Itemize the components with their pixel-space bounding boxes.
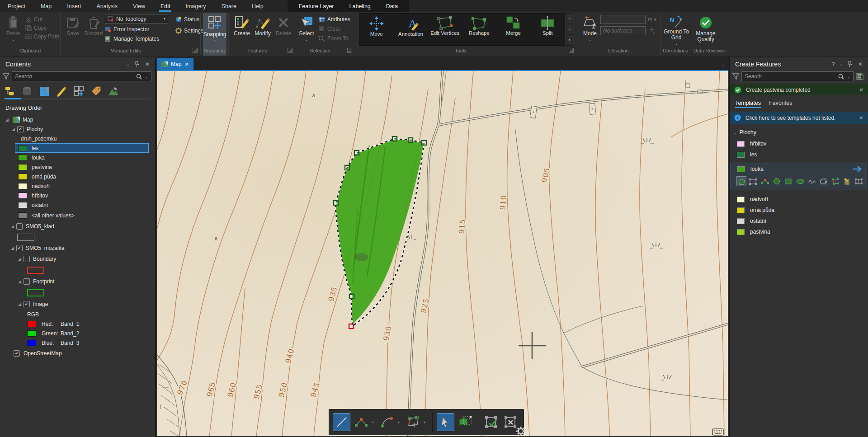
elevation-unit-dropdown[interactable]: m ▾ [648,16,656,23]
tab-data[interactable]: Data [378,0,406,12]
legend-item-louka[interactable]: louka [0,153,155,162]
autocomplete-polygon-tool-icon[interactable] [748,176,758,186]
topology-dropdown[interactable]: No Topology▾ [105,14,168,23]
pin-icon[interactable] [847,61,854,67]
elevation-value-input[interactable] [600,15,646,24]
tab-analysis[interactable]: Analysis [89,0,126,12]
select-button[interactable]: Select⌄ [297,13,316,47]
legend-item-orna-puda[interactable]: orná půda [0,172,155,181]
active-vertex[interactable] [349,324,354,329]
manage-quality-button[interactable]: Manage Quality [693,13,718,47]
tab-insert[interactable]: Insert [59,0,89,12]
tab-labeling[interactable]: Labeling [342,0,378,12]
label-tag-icon[interactable] [90,86,102,97]
annotation-tool[interactable]: A Annotation [394,14,428,45]
list-by-drawing-order-icon[interactable] [5,86,16,97]
split-tool[interactable]: Split [530,14,565,45]
copy-path-button[interactable]: Copy Path [25,32,59,41]
template-nadvori[interactable]: nádvoří [730,194,868,205]
footprint-symbol[interactable] [0,287,155,299]
right-polygon-tool-icon[interactable] [819,176,829,186]
move-tool[interactable]: Move [359,14,394,45]
edit-feature-tool-button[interactable] [456,413,474,431]
tab-map[interactable]: Map [33,0,59,12]
template-hrbitov[interactable]: hřbitov [730,138,868,149]
layer-smo5-mozaika[interactable]: ◢✓SMO5_mozaika [0,243,155,254]
create-features-button[interactable]: Create [231,13,252,47]
attributes-button[interactable]: Attributes [318,15,350,23]
cut-button[interactable]: Cut [25,15,59,23]
sublayer-image[interactable]: ◢✓Image [0,299,155,310]
freehand-tool-icon[interactable] [807,176,817,186]
legend-item-all-other-values[interactable]: <all other values> [0,210,155,221]
paste-button[interactable]: Paste⌄ [3,13,24,47]
rectangle-tool-icon[interactable] [783,176,793,186]
trace-tool-dropdown[interactable]: ▾ [424,420,428,424]
ellipse-tool-icon[interactable] [795,176,805,186]
merge-tool[interactable]: Merge [496,14,531,45]
template-orna-puda[interactable]: orná půda [730,205,868,216]
dismiss-info-icon[interactable]: ✕ [859,115,863,121]
panel-menu-icon[interactable]: ⌄ [839,62,843,66]
parcel-seed-tool-icon[interactable] [842,176,852,186]
tab-imagery[interactable]: Imagery [178,0,213,12]
line-tool-dropdown[interactable]: ▾ [372,420,377,424]
status-button[interactable]: ? Status [175,15,203,23]
search-options-chevron[interactable]: ⌄ [847,74,850,79]
manage-templates-pane-icon[interactable] [856,73,864,80]
trace-template-tool-icon[interactable] [830,176,840,186]
modify-features-button[interactable]: Modify [252,13,273,47]
notification-bar[interactable]: Create pastvina completed ✕ [730,84,868,95]
help-icon[interactable]: ? [832,61,835,67]
close-panel-icon[interactable]: ✕ [145,61,150,67]
pin-icon[interactable] [134,61,141,67]
elevation-mode-button[interactable]: Z Mode⌄ [580,13,599,47]
templates-search-input[interactable]: Search ⌄ [741,71,854,81]
close-panel-icon[interactable]: ✕ [858,61,863,67]
layer-openstreetmap[interactable]: ✓OpenStreetMap [0,348,155,359]
line-tool-button[interactable] [333,413,350,431]
features-launcher[interactable]: ◿ [288,48,292,53]
tools-launcher[interactable]: ◿ [569,48,574,53]
edit-vertices-tool[interactable]: Edit Vertices [428,14,462,45]
reshape-tool[interactable]: Reshape [462,14,496,45]
clear-selection-button[interactable]: Clear [318,24,350,33]
discard-edits-button[interactable]: Discard [83,13,104,47]
arc-tool-button[interactable] [378,413,396,431]
tab-edit[interactable]: Edit [153,0,178,12]
boundary-symbol[interactable] [0,264,155,276]
finish-sketch-button[interactable] [482,413,500,431]
annotation-extent-tool-icon[interactable] [854,176,864,186]
error-inspector-button[interactable]: ! Error Inspector [105,25,168,33]
template-group-header[interactable]: ⌄Plochy [730,124,868,138]
legend-item-ostatni[interactable]: ostatní [0,200,155,210]
arc-tool-dropdown[interactable]: ▾ [398,420,402,424]
gallery-scroll[interactable]: ˄˅⇟ [566,13,573,46]
tab-project[interactable]: Project [0,0,33,12]
ground-to-grid-button[interactable]: N Ground To Grid⌄ [664,13,689,47]
tab-help[interactable]: Help [244,0,271,12]
filter-icon[interactable] [732,73,739,80]
snapshot-icon[interactable] [39,86,51,97]
labeling-pencil-icon[interactable] [56,86,68,97]
line-segment-tool-icon[interactable] [760,176,770,186]
copy-button[interactable]: Copy [25,23,59,32]
legend-item-nadvori[interactable]: nádvoří [0,181,155,191]
layer-smo5-klad[interactable]: ◢✓SMO5_klad [0,221,155,232]
toolbar-options-gear-icon[interactable] [516,426,526,436]
layer-plochy[interactable]: ◢✓Plochy [0,124,155,134]
forward-arrow-icon[interactable] [852,165,862,173]
layer-map[interactable]: ◢ Map [0,115,155,124]
manage-templates-button[interactable]: Manage Templates [105,34,168,43]
trace-tool-button[interactable] [404,413,422,431]
selection-grid-icon[interactable] [73,86,85,97]
settings-button[interactable]: Settings [175,26,203,35]
template-les[interactable]: les [730,149,868,160]
legend-item-hrbitov[interactable]: hřbitov [0,191,155,200]
circle-tool-icon[interactable] [772,176,782,186]
selection-launcher[interactable]: ◿ [347,48,352,53]
smo5-klad-symbol[interactable] [0,232,155,243]
list-by-data-source-icon[interactable] [22,86,33,97]
map-canvas[interactable]: ∧ ∧ 905 910 915 925 930 935 [157,70,728,436]
search-options-chevron[interactable]: ⌄ [145,74,148,79]
